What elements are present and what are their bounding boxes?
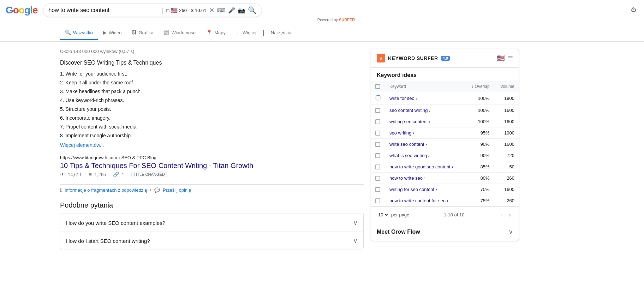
keyword-link-1[interactable]: seo content writing ›: [389, 108, 460, 113]
snippet-more-link[interactable]: Więcej elementów...: [60, 142, 364, 148]
tab-wiecej[interactable]: ⋮ Więcej: [231, 26, 261, 40]
impressions-value: 260: [179, 8, 187, 13]
meta-views: 14,611: [68, 172, 82, 177]
volume-value-5: 720: [494, 150, 519, 161]
tab-wideo-label: Wideo: [109, 30, 122, 35]
keyword-link-8[interactable]: writing for seo content ›: [389, 187, 460, 192]
table-row: seo writing ›95%1900: [371, 127, 519, 139]
pagination-bar: 10 25 50 per page 1-10 of 10 ‹ ›: [371, 207, 519, 223]
tab-narzedzia[interactable]: Narzędzia: [266, 26, 297, 40]
result-title[interactable]: 10 Tips & Techniques For SEO Content Wri…: [60, 161, 364, 170]
keyword-link-2[interactable]: writing seo content ›: [389, 119, 460, 124]
next-page-button[interactable]: ›: [507, 210, 513, 219]
settings-icon[interactable]: ⚙: [631, 6, 637, 14]
th-overlap[interactable]: ↓ Overlap: [465, 81, 494, 92]
header: Google | □ 🇺🇸 260 · $ 10.61 ✕ ⌨ 🎤 📷 🔍: [0, 0, 644, 17]
image-tab-icon: 🖼: [131, 30, 136, 35]
keyword-link-4[interactable]: write seo content ›: [389, 142, 460, 147]
chevron-down-icon-2: ∨: [353, 237, 358, 245]
result-url: https://www.titangrowth.com › SEO & PPC …: [60, 155, 364, 160]
microphone-icon[interactable]: 🎤: [228, 7, 235, 14]
tab-wideo[interactable]: ▶ Wideo: [98, 26, 127, 40]
info-label[interactable]: Informacje o fragmentach z odpowiedzią: [65, 187, 147, 193]
google-logo: Google: [6, 5, 37, 16]
surfer-brand-label: SURFER: [339, 18, 355, 22]
menu-icon[interactable]: ☰: [507, 54, 513, 62]
table-row: how to write content for seo ›75%260: [371, 195, 519, 207]
featured-snippet: Discover SEO Writing Tips & Techniques 1…: [60, 60, 364, 148]
keyword-link-6[interactable]: how to write good seo content ›: [389, 164, 460, 169]
flag-button[interactable]: 🇺🇸: [497, 54, 505, 62]
clear-search-button[interactable]: ✕: [209, 6, 214, 14]
th-checkbox: [371, 81, 385, 92]
keyword-checkbox-1[interactable]: [375, 108, 380, 113]
dot-sep4: ·: [127, 172, 129, 177]
result-meta: 👁 14,611 · ≡ 1,265 · 🔗 1 · TITLE CHANGED: [60, 172, 364, 177]
meta-icon-links: ≡: [89, 172, 91, 177]
camera-icon[interactable]: 📷: [238, 7, 245, 14]
snippet-list: 1. Write for your audience first.2. Keep…: [60, 70, 364, 139]
search-input[interactable]: [48, 7, 159, 13]
tab-narzedzia-label: Narzędzia: [271, 30, 292, 35]
tab-grafika[interactable]: 🖼 Grafika: [126, 26, 158, 40]
select-all-checkbox[interactable]: [375, 84, 380, 89]
page-nav: ‹ ›: [499, 210, 513, 219]
keyword-link-5[interactable]: what is seo writing ›: [389, 153, 460, 158]
maps-tab-icon: 📍: [206, 30, 212, 35]
keyboard-icon[interactable]: ⌨: [217, 7, 225, 14]
question-item-2[interactable]: How do I start SEO content writing? ∨: [60, 232, 364, 250]
keyword-checkbox-2[interactable]: [375, 119, 380, 124]
keyword-checkbox-3[interactable]: [375, 131, 380, 136]
dot-sep1: ·: [188, 8, 190, 13]
dot-sep2: ·: [85, 172, 86, 177]
flag-icon: 🇺🇸: [171, 7, 178, 14]
keyword-checkbox-7[interactable]: [375, 176, 380, 181]
overlap-value-2: 100%: [465, 116, 494, 127]
volume-value-8: 1600: [494, 184, 519, 195]
keyword-checkbox-4[interactable]: [375, 142, 380, 147]
tab-wszystko[interactable]: 🔍 Wszystko: [60, 26, 98, 40]
prev-page-button[interactable]: ‹: [499, 210, 505, 219]
panel-actions: 🇺🇸 ☰: [497, 54, 513, 62]
overlap-value-5: 90%: [465, 150, 494, 161]
search-tab-icon: 🔍: [65, 30, 71, 35]
per-page-dropdown[interactable]: 10 25 50: [377, 212, 389, 218]
question-item-1[interactable]: How do you write SEO content examples? ∨: [60, 214, 364, 232]
keyword-panel-container: S KEYWORD SURFER 4.0 🇺🇸 ☰ Keyword ideas: [371, 49, 519, 241]
snippet-item-1: 2. Keep it all under the same roof.: [60, 79, 364, 86]
snippet-item-2: 3. Make headlines that pack a punch.: [60, 88, 364, 95]
keyword-link-9[interactable]: how to write content for seo ›: [389, 198, 460, 203]
dollar-icon: $: [191, 8, 193, 13]
tab-wiadomosci[interactable]: 📰 Wiadomości: [158, 26, 201, 40]
tab-icon: □: [167, 8, 169, 13]
info-icon: ℹ: [60, 187, 62, 193]
volume-value-1: 1600: [494, 105, 519, 116]
keyword-link-3[interactable]: seo writing ›: [389, 130, 460, 136]
table-row: how to write good seo content ›85%50: [371, 161, 519, 173]
tab-mapy[interactable]: 📍 Mapy: [201, 26, 231, 40]
keyword-link-0[interactable]: write for seo ›: [389, 96, 460, 101]
surfer-powered-label: Powered by SURFER: [28, 17, 644, 25]
search-button[interactable]: 🔍: [248, 6, 257, 14]
keyword-checkbox-5[interactable]: [375, 153, 380, 158]
meta-links: 1,265: [95, 172, 106, 177]
feedback-icon: 💬: [154, 187, 160, 193]
keyword-checkbox-8[interactable]: [375, 187, 380, 192]
main-content: Około 143 000 000 wyników (0,57 s) Disco…: [0, 42, 644, 257]
keyword-checkbox-6[interactable]: [375, 165, 380, 169]
page-info: 1-10 of 10: [444, 212, 465, 217]
panel-logo: S: [377, 54, 385, 62]
panel-header: S KEYWORD SURFER 4.0 🇺🇸 ☰: [371, 49, 519, 68]
overlap-value-1: 100%: [465, 105, 494, 116]
table-row: seo content writing ›100%1600: [371, 105, 519, 116]
feedback-label[interactable]: Prześlij opinię: [163, 187, 191, 193]
meta-icon-views: 👁: [60, 172, 65, 177]
meta-icon-refs: 🔗: [113, 172, 119, 177]
keyword-checkbox-9[interactable]: [375, 198, 380, 203]
volume-value-7: 260: [494, 173, 519, 184]
volume-value-0: 1900: [494, 92, 519, 105]
th-keyword: Keyword: [385, 81, 465, 92]
keyword-link-7[interactable]: how to write seo ›: [389, 175, 460, 181]
similar-title: Podobne pytania: [60, 201, 364, 209]
grow-flow-bar[interactable]: Meet Grow Flow ∨: [371, 223, 519, 241]
